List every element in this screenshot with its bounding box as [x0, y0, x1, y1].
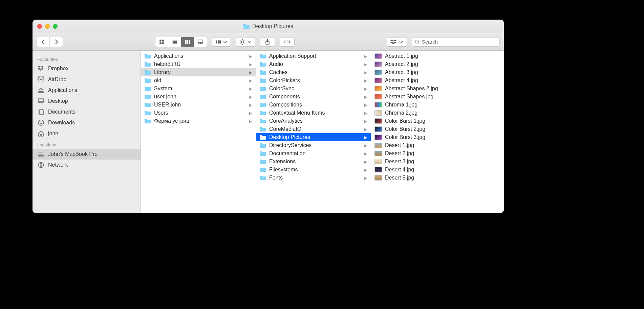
folder-row[interactable]: System▶	[141, 85, 256, 93]
file-row[interactable]: Color Burst 3.jpg	[371, 133, 504, 141]
file-row[interactable]: Desert 1.jpg	[371, 141, 504, 149]
sidebar-item-desktop[interactable]: Desktop	[33, 96, 141, 106]
folder-row[interactable]: ColorPickers▶	[256, 76, 371, 85]
dropbox-button[interactable]	[387, 37, 407, 47]
traffic-lights	[33, 24, 58, 29]
file-row[interactable]: Color Burst 1.jpg	[371, 117, 504, 125]
folder-row[interactable]: CoreAnalytics▶	[256, 117, 371, 125]
back-button[interactable]	[37, 37, 50, 47]
folder-row[interactable]: Ферма устриц▶	[141, 117, 256, 125]
folder-row[interactable]: Documentation▶	[256, 149, 371, 158]
chevron-right-icon: ▶	[364, 78, 367, 83]
close-button[interactable]	[37, 24, 42, 29]
sidebar-item-airdrop[interactable]: AirDrop	[33, 74, 141, 85]
file-row[interactable]: Chroma 1.jpg	[371, 101, 504, 109]
tags-button[interactable]	[280, 37, 295, 47]
chevron-right-icon: ▶	[249, 86, 252, 91]
chevron-right-icon: ▶	[249, 78, 252, 83]
column-0: Applications▶helpäöüßÜ▶Library▶old▶Syste…	[141, 51, 256, 213]
file-row[interactable]: Abstract Shapes.jpg	[371, 93, 504, 101]
sidebar-item-network[interactable]: Network	[33, 160, 141, 170]
sidebar-item-applications[interactable]: Applications	[33, 85, 141, 96]
toolbar	[33, 33, 504, 51]
row-label: Applications	[154, 53, 246, 59]
file-row[interactable]: Desert 5.jpg	[371, 174, 504, 182]
list-view-button[interactable]	[168, 37, 181, 47]
chevron-right-icon: ▶	[249, 54, 252, 59]
action-button[interactable]	[236, 37, 255, 47]
folder-row[interactable]: DirectoryServices▶	[256, 141, 371, 149]
sidebar-item-john-s-macbook-pro[interactable]: John's MacBook Pro	[33, 149, 141, 160]
row-label: Color Burst 3.jpg	[385, 134, 500, 140]
folder-icon	[259, 102, 266, 108]
folder-row[interactable]: Fonts▶	[256, 174, 371, 182]
folder-row[interactable]: USER john▶	[141, 101, 256, 109]
file-row[interactable]: Chroma 2.jpg	[371, 109, 504, 117]
folder-row[interactable]: Applications▶	[141, 52, 256, 60]
chevron-right-icon	[54, 39, 59, 45]
group-by-button[interactable]	[212, 37, 231, 47]
icon-view-button[interactable]	[155, 37, 168, 47]
image-thumbnail	[374, 86, 382, 91]
row-label: Application Support	[269, 53, 361, 59]
folder-row[interactable]: Application Support▶	[256, 52, 371, 60]
gallery-view-button[interactable]	[194, 37, 207, 47]
chevron-right-icon: ▶	[249, 111, 252, 116]
sidebar-item-john[interactable]: john	[33, 128, 141, 139]
folder-icon	[259, 62, 266, 67]
tag-icon	[283, 39, 291, 45]
file-row[interactable]: Desert 3.jpg	[371, 158, 504, 166]
folder-icon	[259, 151, 266, 156]
folder-row[interactable]: CoreMediaIO▶	[256, 125, 371, 133]
applications-icon	[37, 87, 45, 94]
sidebar-item-dropbox[interactable]: Dropbox	[33, 63, 141, 74]
folder-row[interactable]: Filesystems▶	[256, 166, 371, 174]
folder-row[interactable]: Caches▶	[256, 68, 371, 76]
folder-row[interactable]: Components▶	[256, 93, 371, 101]
folder-row[interactable]: Library▶	[141, 68, 256, 76]
file-row[interactable]: Abstract 3.jpg	[371, 68, 504, 76]
folder-icon	[144, 94, 151, 99]
file-row[interactable]: Desert 2.jpg	[371, 149, 504, 158]
column-view-button[interactable]	[181, 37, 194, 47]
folder-row[interactable]: old▶	[141, 76, 256, 85]
chevron-right-icon: ▶	[364, 111, 367, 116]
share-button[interactable]	[260, 37, 275, 47]
folder-row[interactable]: Audio▶	[256, 60, 371, 68]
gallery-view-icon	[198, 39, 203, 45]
folder-row[interactable]: ColorSync▶	[256, 85, 371, 93]
folder-row[interactable]: Desktop Pictures▶	[256, 133, 371, 141]
search-input[interactable]	[422, 39, 497, 45]
minimize-button[interactable]	[45, 24, 50, 29]
file-row[interactable]: Color Burst 2.jpg	[371, 125, 504, 133]
file-row[interactable]: Abstract 1.jpg	[371, 52, 504, 60]
chevron-right-icon: ▶	[364, 135, 367, 140]
row-label: Abstract Shapes 2.jpg	[385, 86, 500, 92]
folder-icon	[259, 110, 266, 116]
row-label: DirectoryServices	[269, 142, 361, 148]
fullscreen-button[interactable]	[53, 24, 58, 29]
chevron-left-icon	[41, 39, 45, 45]
row-label: old	[154, 77, 246, 84]
folder-row[interactable]: user john▶	[141, 93, 256, 101]
folder-icon	[144, 86, 151, 91]
folder-row[interactable]: Compositions▶	[256, 101, 371, 109]
folder-row[interactable]: helpäöüßÜ▶	[141, 60, 256, 68]
sidebar-item-downloads[interactable]: Downloads	[33, 117, 141, 128]
file-row[interactable]: Abstract 4.jpg	[371, 76, 504, 85]
file-row[interactable]: Abstract Shapes 2.jpg	[371, 85, 504, 93]
file-row[interactable]: Desert 4.jpg	[371, 166, 504, 174]
forward-button[interactable]	[50, 37, 63, 47]
folder-row[interactable]: Contextual Menu Items▶	[256, 109, 371, 117]
search-field[interactable]	[412, 37, 500, 47]
downloads-icon	[37, 119, 45, 126]
folder-row[interactable]: Extensions▶	[256, 158, 371, 166]
folder-icon	[259, 135, 266, 140]
image-thumbnail	[374, 126, 382, 132]
chevron-right-icon: ▶	[364, 143, 367, 148]
folder-row[interactable]: Users▶	[141, 109, 256, 117]
file-row[interactable]: Abstract 2.jpg	[371, 60, 504, 68]
sidebar-item-documents[interactable]: Documents	[33, 106, 141, 117]
image-thumbnail	[374, 94, 382, 99]
desktop-icon	[37, 98, 45, 104]
